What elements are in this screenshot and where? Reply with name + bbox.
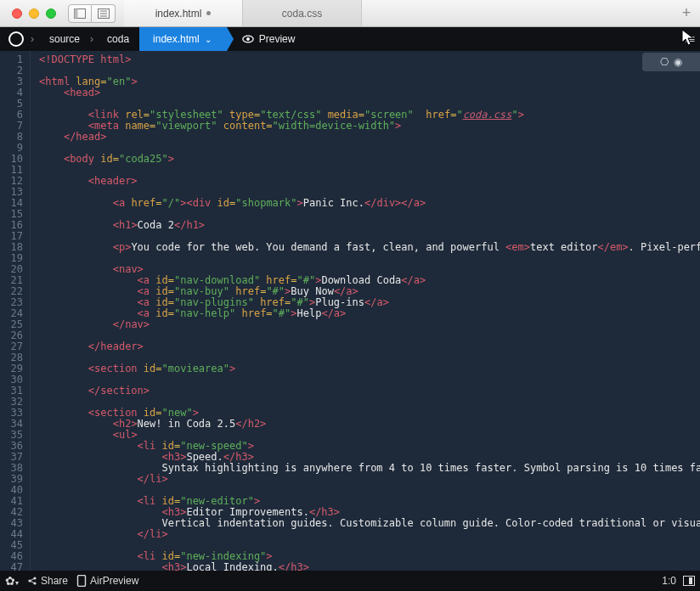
minimize-window-button[interactable]: [29, 8, 39, 19]
site-home-icon[interactable]: [8, 31, 24, 47]
tab-coda-css[interactable]: coda.css: [243, 0, 362, 26]
code-editor[interactable]: 1234567891011121314151617181920212223242…: [0, 51, 700, 571]
maximize-window-button[interactable]: [46, 8, 56, 19]
code-area[interactable]: <!DOCTYPE html><html lang="en"> <head> <…: [31, 51, 700, 571]
path-bar: › source › coda index.html ⌄ Preview +≡: [0, 27, 700, 51]
close-window-button[interactable]: [12, 8, 22, 19]
panel-collapse-button[interactable]: [683, 576, 695, 586]
side-tool-widget[interactable]: ⎔ ◉: [642, 53, 700, 71]
svg-rect-13: [78, 576, 86, 587]
file-tabs: index.html coda.css +: [124, 0, 700, 26]
chevron-right-icon: ›: [31, 33, 34, 45]
sidebar-toggle-button[interactable]: [68, 4, 92, 23]
airpreview-button[interactable]: AirPreview: [76, 575, 138, 587]
breadcrumb-index-html[interactable]: index.html ⌄: [139, 27, 227, 51]
traffic-lights: [7, 8, 61, 19]
tab-index-html[interactable]: index.html: [124, 0, 243, 26]
panel-toggle-button[interactable]: [92, 4, 116, 23]
breadcrumb-source[interactable]: source: [36, 27, 90, 51]
modified-dot-icon: [206, 11, 211, 15]
share-button[interactable]: Share: [27, 575, 68, 587]
tab-label: coda.css: [282, 8, 322, 20]
share-icon: [27, 576, 37, 586]
breadcrumb-label: index.html: [153, 33, 200, 45]
share-label: Share: [41, 575, 68, 587]
new-tab-button[interactable]: +: [673, 0, 700, 26]
eye-icon: ◉: [674, 56, 682, 68]
cursor-position[interactable]: 1:0: [662, 575, 676, 587]
svg-point-7: [246, 37, 250, 41]
preview-button[interactable]: Preview: [242, 33, 296, 45]
airpreview-label: AirPreview: [90, 575, 138, 587]
navigator-icon: ⎔: [660, 56, 669, 68]
svg-rect-1: [75, 8, 78, 18]
tab-label: index.html: [155, 8, 202, 20]
preview-label: Preview: [259, 33, 296, 45]
breadcrumb-coda[interactable]: coda: [93, 27, 139, 51]
line-gutter: 1234567891011121314151617181920212223242…: [0, 51, 31, 571]
eye-icon: [242, 33, 254, 45]
mouse-cursor-icon: [681, 29, 697, 48]
title-bar: index.html coda.css +: [0, 0, 700, 27]
breadcrumb-label: source: [49, 33, 80, 45]
svg-line-12: [30, 581, 35, 583]
svg-line-11: [30, 578, 35, 581]
chevron-down-icon: ⌄: [205, 35, 212, 44]
gear-icon[interactable]: ✿▾: [5, 574, 19, 588]
device-icon: [76, 575, 87, 587]
breadcrumb-label: coda: [107, 33, 129, 45]
status-bar: ✿▾ Share AirPreview 1:0: [0, 571, 700, 591]
